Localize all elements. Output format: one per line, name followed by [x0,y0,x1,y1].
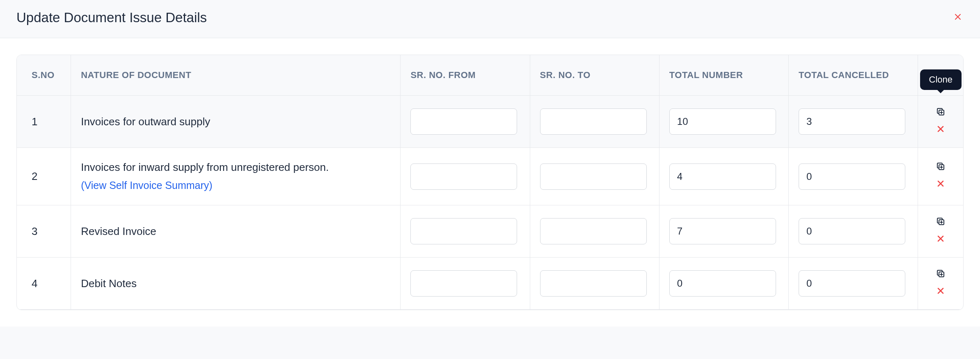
cell-actions [918,205,963,258]
clone-button[interactable] [935,107,946,119]
sr-no-from-input[interactable] [410,163,517,190]
header-to: SR. NO. TO [530,55,659,96]
clone-icon [936,269,946,281]
header-from: SR. NO. FROM [401,55,530,96]
cell-from [401,205,530,258]
total-cancelled-input[interactable] [799,218,905,244]
nature-text: Invoices for outward supply [81,115,210,128]
sr-no-to-input[interactable] [540,270,647,297]
content-area: S.NO NATURE OF DOCUMENT SR. NO. FROM SR.… [0,38,980,327]
cell-actions [918,148,963,205]
sr-no-to-input[interactable] [540,163,647,190]
delete-button[interactable] [935,124,946,136]
clone-icon [936,216,946,229]
delete-button[interactable] [935,286,946,298]
cell-total [659,148,789,205]
clone-button[interactable] [935,269,946,281]
cell-sno: 1 [17,96,71,148]
total-number-input[interactable] [669,270,776,297]
cell-to [530,148,659,205]
delete-button[interactable] [935,234,946,246]
page-title: Update Document Issue Details [16,10,207,25]
table-row: 2 Invoices for inward supply from unregi… [17,148,963,205]
view-self-invoice-link[interactable]: (View Self Invoice Summary) [81,178,212,193]
page-header: Update Document Issue Details [0,0,980,38]
nature-text: Invoices for inward supply from unregist… [81,161,329,173]
total-number-input[interactable] [669,218,776,244]
cell-from [401,148,530,205]
header-total: TOTAL NUMBER [659,55,789,96]
total-cancelled-input[interactable] [799,108,905,135]
clone-icon [936,161,946,174]
sr-no-from-input[interactable] [410,270,517,297]
header-sno: S.NO [17,55,71,96]
cell-from [401,96,530,148]
total-cancelled-input[interactable] [799,270,905,297]
cell-cancelled [789,148,918,205]
table-row: 4 Debit Notes [17,258,963,310]
cell-cancelled [789,258,918,310]
cell-actions: Clone [918,96,963,148]
nature-text: Debit Notes [81,277,137,290]
header-cancelled: TOTAL CANCELLED [789,55,918,96]
cell-nature: Debit Notes [71,258,401,310]
cell-cancelled [789,96,918,148]
document-table: S.NO NATURE OF DOCUMENT SR. NO. FROM SR.… [16,55,964,310]
sr-no-to-input[interactable] [540,108,647,135]
header-nature: NATURE OF DOCUMENT [71,55,401,96]
sr-no-to-input[interactable] [540,218,647,244]
cell-sno: 4 [17,258,71,310]
close-button[interactable] [952,12,964,23]
cell-total [659,205,789,258]
delete-icon [936,286,946,299]
cell-sno: 2 [17,148,71,205]
sr-no-from-input[interactable] [410,218,517,244]
cell-actions [918,258,963,310]
cell-cancelled [789,205,918,258]
clone-button[interactable] [935,162,946,174]
total-cancelled-input[interactable] [799,163,905,190]
delete-icon [936,124,946,137]
delete-icon [936,234,946,246]
total-number-input[interactable] [669,108,776,135]
delete-button[interactable] [935,180,946,191]
close-icon [953,12,963,23]
cell-nature: Invoices for inward supply from unregist… [71,148,401,205]
clone-icon [936,107,946,120]
clone-button[interactable] [935,217,946,228]
cell-to [530,205,659,258]
sr-no-from-input[interactable] [410,108,517,135]
cell-to [530,258,659,310]
cell-nature: Invoices for outward supply [71,96,401,148]
total-number-input[interactable] [669,163,776,190]
cell-nature: Revised Invoice [71,205,401,258]
delete-icon [936,179,946,191]
cell-from [401,258,530,310]
cell-total [659,96,789,148]
cell-total [659,258,789,310]
table-row: 1 Invoices for outward supply [17,96,963,148]
header-actions [918,55,963,96]
cell-to [530,96,659,148]
nature-text: Revised Invoice [81,225,156,237]
table-row: 3 Revised Invoice [17,205,963,258]
cell-sno: 3 [17,205,71,258]
